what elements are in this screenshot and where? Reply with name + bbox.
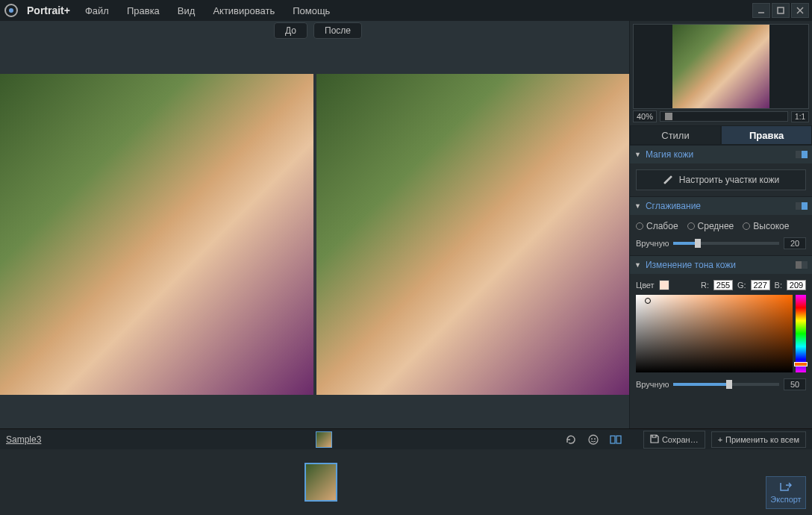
skin-magic-toggle[interactable] bbox=[796, 151, 808, 158]
filename-link[interactable]: Sample3 bbox=[6, 434, 41, 445]
image-viewer: До После bbox=[0, 21, 629, 428]
chevron-down-icon: ▼ bbox=[634, 202, 641, 210]
color-hue-slider[interactable] bbox=[796, 295, 806, 372]
configure-skin-areas-button[interactable]: Настроить участки кожи bbox=[636, 169, 806, 190]
footer-toolbar: Sample3 Сохран… + Применить ко всем bbox=[0, 428, 812, 449]
section-skin-tone: ▼ Изменение тона кожи Цвет R:255 G:227 B… bbox=[630, 255, 812, 396]
svg-rect-3 bbox=[778, 7, 784, 13]
window-controls bbox=[751, 3, 809, 18]
smoothing-slider[interactable] bbox=[673, 242, 779, 245]
menu-edit[interactable]: Правка bbox=[127, 5, 160, 16]
section-skin-magic: ▼ Магия кожи Настроить участки кожи bbox=[630, 145, 812, 196]
skin-tone-slider[interactable] bbox=[673, 383, 779, 386]
zoom-slider[interactable] bbox=[660, 111, 788, 122]
save-button[interactable]: Сохран… bbox=[643, 431, 705, 449]
main-menu: Файл Правка Вид Активировать Помощь bbox=[85, 5, 330, 16]
section-smoothing: ▼ Сглаживание Слабое Среднее Высокое Вру… bbox=[630, 196, 812, 255]
navigator-preview: 40% 1:1 bbox=[630, 21, 812, 125]
after-image-pane[interactable] bbox=[316, 40, 630, 428]
filmstrip-thumb-selected[interactable] bbox=[304, 463, 337, 502]
app-logo-icon bbox=[3, 2, 19, 19]
titlebar: Portrait+ Файл Правка Вид Активировать П… bbox=[0, 0, 812, 21]
svg-point-1 bbox=[9, 8, 13, 13]
right-panel: 40% 1:1 Стили Правка ▼ Магия кожи Настро… bbox=[629, 21, 812, 428]
chevron-down-icon: ▼ bbox=[634, 261, 641, 269]
apply-all-button[interactable]: + Применить ко всем bbox=[711, 431, 806, 448]
zoom-1to1-button[interactable]: 1:1 bbox=[791, 111, 809, 122]
compare-view-icon[interactable] bbox=[608, 431, 624, 448]
smoothing-medium-radio[interactable]: Среднее bbox=[687, 221, 734, 231]
maximize-button[interactable] bbox=[772, 3, 790, 18]
menu-view[interactable]: Вид bbox=[178, 5, 196, 16]
plus-icon: + bbox=[718, 435, 722, 444]
color-sat-val-picker[interactable] bbox=[636, 295, 793, 372]
smoothing-manual-label: Вручную bbox=[636, 239, 669, 248]
before-label: До bbox=[274, 22, 307, 39]
app-name: Portrait+ bbox=[27, 4, 70, 16]
color-g-input[interactable]: 227 bbox=[751, 280, 770, 290]
filmstrip: Экспорт bbox=[0, 449, 812, 515]
current-thumb[interactable] bbox=[316, 431, 332, 448]
menu-file[interactable]: Файл bbox=[85, 5, 109, 16]
export-button[interactable]: Экспорт bbox=[766, 476, 806, 509]
smoothing-value[interactable]: 20 bbox=[784, 237, 806, 249]
zoom-percent[interactable]: 40% bbox=[633, 110, 657, 122]
face-detect-icon[interactable] bbox=[585, 431, 602, 448]
close-button[interactable] bbox=[791, 3, 809, 18]
color-b-input[interactable]: 209 bbox=[787, 280, 806, 290]
minimize-button[interactable] bbox=[752, 3, 770, 18]
refresh-icon[interactable] bbox=[563, 431, 579, 448]
after-label: После bbox=[313, 22, 362, 39]
skin-tone-value[interactable]: 50 bbox=[784, 378, 806, 390]
smoothing-weak-radio[interactable]: Слабое bbox=[636, 221, 678, 231]
svg-rect-10 bbox=[616, 436, 621, 443]
color-swatch[interactable] bbox=[659, 280, 669, 290]
save-icon bbox=[650, 434, 659, 445]
menu-activate[interactable]: Активировать bbox=[213, 5, 275, 16]
before-image-pane[interactable] bbox=[0, 40, 313, 428]
smoothing-high-radio[interactable]: Высокое bbox=[743, 221, 789, 231]
navigator-image[interactable] bbox=[633, 24, 809, 109]
skin-tone-manual-label: Вручную bbox=[636, 380, 669, 389]
svg-point-7 bbox=[591, 438, 593, 440]
export-icon bbox=[780, 481, 792, 493]
tab-styles[interactable]: Стили bbox=[630, 125, 721, 145]
brush-icon bbox=[663, 174, 673, 187]
section-skin-magic-header[interactable]: ▼ Магия кожи bbox=[630, 146, 812, 163]
smoothing-toggle[interactable] bbox=[796, 202, 808, 210]
svg-rect-9 bbox=[610, 436, 615, 443]
tab-edit[interactable]: Правка bbox=[721, 125, 812, 145]
color-r-input[interactable]: 255 bbox=[713, 280, 733, 290]
svg-point-6 bbox=[589, 435, 598, 444]
section-smoothing-header[interactable]: ▼ Сглаживание bbox=[630, 197, 812, 215]
svg-point-8 bbox=[594, 438, 596, 440]
section-skin-tone-header[interactable]: ▼ Изменение тона кожи bbox=[630, 256, 812, 274]
chevron-down-icon: ▼ bbox=[634, 151, 641, 158]
skin-tone-toggle[interactable] bbox=[796, 261, 808, 269]
menu-help[interactable]: Помощь bbox=[293, 5, 330, 16]
